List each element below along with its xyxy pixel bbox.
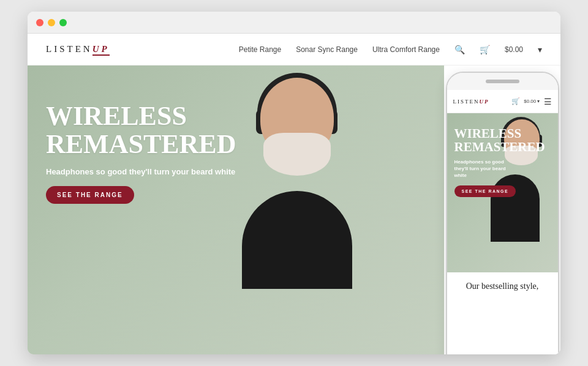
- traffic-light-red[interactable]: [36, 19, 43, 26]
- website-content: LISTENUP Petite Range Sonar Sync Range U…: [28, 34, 560, 354]
- logo-listen: LISTEN: [46, 44, 92, 54]
- phone-hero-cta-button[interactable]: SEE THE RANGE: [454, 185, 516, 197]
- browser-window: LISTENUP Petite Range Sonar Sync Range U…: [28, 12, 560, 354]
- hero-cta-button[interactable]: SEE THE RANGE: [46, 186, 134, 204]
- phone-logo: LISTENUP: [453, 99, 489, 105]
- search-icon[interactable]: 🔍: [454, 45, 465, 54]
- phone-hero-text: WIRELESS REMASTERED Headphones so good t…: [447, 113, 558, 197]
- phone-logo-up: UP: [480, 99, 489, 105]
- desktop-logo: LISTENUP: [46, 44, 110, 54]
- phone-nav-right: 🛒 $0.00 ▾ ☰: [511, 97, 551, 106]
- phone-hero: WIRELESS REMASTERED Headphones so good t…: [447, 113, 558, 272]
- phone-mockup: LISTENUP 🛒 $0.00 ▾ ☰: [446, 72, 559, 354]
- desktop-navbar: LISTENUP Petite Range Sonar Sync Range U…: [28, 34, 560, 65]
- nav-link-sonar[interactable]: Sonar Sync Range: [296, 45, 358, 54]
- nav-link-petite[interactable]: Petite Range: [239, 45, 281, 54]
- traffic-light-green[interactable]: [59, 19, 67, 26]
- cart-icon[interactable]: 🛒: [480, 45, 490, 54]
- phone-hero-subtitle: Headphones so good they'll turn your bea…: [454, 159, 516, 179]
- phone-navbar: LISTENUP 🛒 $0.00 ▾ ☰: [447, 90, 558, 113]
- nav-links: Petite Range Sonar Sync Range Ultra Comf…: [239, 45, 542, 54]
- phone-cart-price: $0.00 ▾: [524, 99, 540, 104]
- cart-price[interactable]: $0.00: [505, 45, 523, 54]
- mobile-panel: LISTENUP 🛒 $0.00 ▾ ☰: [444, 65, 560, 354]
- hero-text-block: WIRELESS REMASTERED Headphones so good t…: [28, 65, 444, 204]
- hero-title-line1: WIRELESS: [46, 102, 444, 130]
- phone-bottom-text: Our bestselling style,: [466, 281, 539, 292]
- phone-hero-title: WIRELESS REMASTERED: [454, 127, 558, 154]
- browser-chrome: [28, 12, 560, 34]
- nav-link-ultra[interactable]: Ultra Comfort Range: [372, 45, 440, 54]
- phone-menu-icon[interactable]: ☰: [544, 97, 552, 106]
- phone-top-bar: [447, 73, 558, 90]
- hero-subtitle: Headphones so good they'll turn your bea…: [46, 167, 444, 176]
- phone-hero-title-line2: REMASTERED: [454, 140, 558, 154]
- hero-title: WIRELESS REMASTERED: [46, 102, 444, 159]
- phone-status-indicator: [486, 80, 519, 83]
- phone-cart-icon[interactable]: 🛒: [511, 97, 520, 105]
- man-body: [242, 191, 352, 289]
- cart-dropdown-icon[interactable]: ▾: [538, 45, 542, 54]
- hero-title-line2: REMASTERED: [46, 130, 444, 159]
- phone-logo-listen: LISTEN: [453, 99, 480, 105]
- logo-up: UP: [92, 44, 110, 56]
- desktop-hero: WIRELESS REMASTERED Headphones so good t…: [28, 65, 444, 354]
- phone-hero-title-line1: WIRELESS: [454, 127, 558, 140]
- phone-bottom: Our bestselling style,: [447, 272, 558, 354]
- traffic-light-yellow[interactable]: [48, 19, 55, 26]
- content-area: WIRELESS REMASTERED Headphones so good t…: [28, 65, 560, 354]
